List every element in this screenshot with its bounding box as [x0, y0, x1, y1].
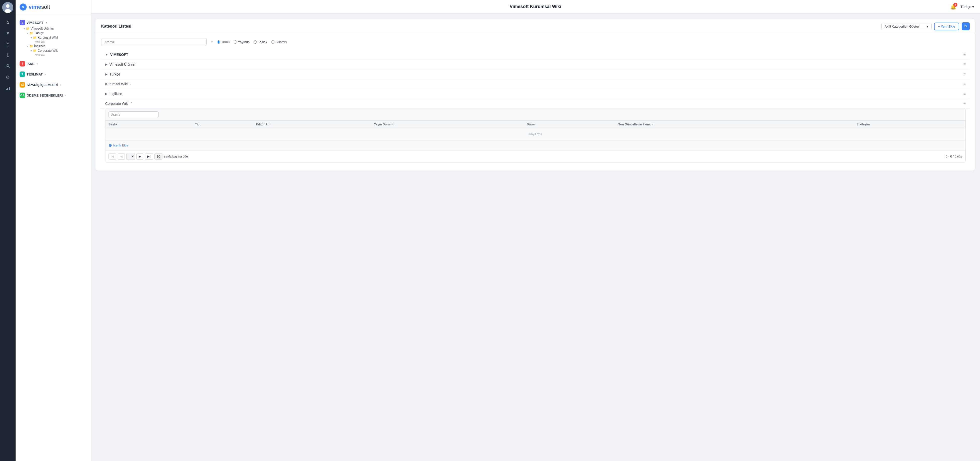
sidebar-group-odeme-header[interactable]: OS ÖDEME SEÇENEKLERI ›: [19, 92, 87, 99]
pagination-row: |◀ ◀ ▶ ▶| 20 sayfa başına öğe 0 - 0 / 0 …: [105, 150, 966, 162]
tree-label-ingilizce: İngilizce: [34, 44, 45, 48]
filter-dropdown[interactable]: Aktif Kategorileri Göster ▾: [881, 23, 932, 30]
vimesoft-chevron-icon: ▾: [46, 21, 47, 24]
refresh-button[interactable]: ↻: [962, 22, 970, 30]
sidebar-group-siparis: Sİ SİPARİŞ İŞLEMLERİ ›: [16, 79, 91, 90]
filter-label: Aktif Kategorileri Göster: [885, 25, 919, 29]
tree-vimesoft-urunler[interactable]: ▾ 📁 Vimesoft Ürünler: [24, 26, 87, 31]
add-content-label: İçerik Ekle: [113, 143, 128, 147]
radio-active-label: Yayında: [238, 40, 250, 44]
sidebar-badge-v: V: [19, 20, 25, 25]
svg-text:v: v: [22, 5, 24, 9]
search-input[interactable]: [101, 38, 207, 46]
col-tip: Tip: [192, 120, 253, 128]
folder-icon: 📁: [29, 44, 33, 48]
radio-draft[interactable]: Taslak: [254, 40, 267, 44]
link-expand-icon: ˅: [130, 102, 132, 105]
new-category-button[interactable]: + Yeni Ekle: [934, 22, 959, 30]
add-content-row[interactable]: ⊕ İçerik Ekle: [105, 140, 966, 150]
tree-empty-corporate: Veri Yok: [31, 53, 87, 57]
nav-home[interactable]: ⌂: [3, 17, 13, 27]
radio-group: Tümü Yayında Taslak Silinmiş: [217, 40, 287, 44]
radio-all[interactable]: Tümü: [217, 40, 229, 44]
tree-turkce[interactable]: ▾ 📁 Türkçe: [27, 31, 87, 35]
language-selector[interactable]: Türkçe ▾: [961, 5, 974, 9]
tree-row-urunler: ▶ Vimesoft Ürünler ≡: [101, 60, 970, 70]
col-durum: Durum: [524, 120, 615, 128]
tree-row-vimesoft: ▼ VİMESOFT ≡: [101, 50, 970, 60]
nav-heart[interactable]: ♥: [3, 28, 13, 38]
notification-button[interactable]: 🔔 1: [950, 4, 956, 10]
tree-sub-turkce: ▾ 📁 Türkçe ▾ 📁 Kurumsal Wiki Veri Yok: [24, 31, 87, 57]
page-next-button[interactable]: ▶: [136, 153, 143, 160]
sidebar: v vimesoft V VİMESOFT ▾ ▾ 📁 Vimesoft Ürü…: [16, 0, 91, 461]
handle-icon[interactable]: ≡: [963, 52, 966, 57]
nav-document[interactable]: [3, 39, 13, 49]
sub-table-empty-row: Kayıt Yok: [105, 128, 966, 140]
handle-icon[interactable]: ≡: [963, 101, 966, 106]
tree-corporate-wiki[interactable]: ▾ 📁 Corporate Wiki: [31, 48, 87, 53]
link-chevron-icon: ›: [130, 82, 130, 86]
per-page-label: sayfa başına öğe: [164, 155, 188, 158]
radio-active[interactable]: Yayında: [234, 40, 250, 44]
tree-empty-kurumsal: Veri Yok: [31, 40, 87, 44]
svg-point-7: [7, 65, 9, 67]
svg-rect-8: [6, 89, 7, 90]
tree-kurumsal-wiki[interactable]: ▾ 📁 Kurumsal Wiki: [31, 35, 87, 40]
tree-ingilizce[interactable]: ▾ 📁 İngilizce: [27, 44, 87, 48]
page-last-button[interactable]: ▶|: [145, 153, 153, 160]
content-panel: Kategori Listesi Aktif Kategorileri Göst…: [91, 14, 980, 461]
handle-icon[interactable]: ≡: [963, 82, 966, 86]
sidebar-group-siparis-header[interactable]: Sİ SİPARİŞ İŞLEMLERİ ›: [19, 81, 87, 89]
teslimat-arrow-icon: ›: [45, 73, 46, 76]
col-etkilesim: Etkileşim: [853, 120, 966, 128]
radio-deleted-label: Silinmiş: [275, 40, 287, 44]
handle-icon[interactable]: ≡: [963, 92, 966, 96]
kurumsal-wiki-link[interactable]: Kurumsal Wiki: [105, 82, 127, 86]
category-tree: ▼ VİMESOFT ≡ ▶ Vimesoft Ürünler ≡: [101, 50, 970, 163]
handle-icon[interactable]: ≡: [963, 72, 966, 76]
top-header-right: 🔔 1 Türkçe ▾: [561, 4, 974, 10]
refresh-icon: ↻: [964, 24, 967, 29]
sub-table-header-row: Başlık Tip Editör Adı Yayın Durumu Durum…: [105, 120, 966, 128]
sidebar-group-iade-header[interactable]: İ İADE ›: [19, 60, 87, 68]
svg-rect-10: [9, 87, 10, 90]
page-first-button[interactable]: |◀: [108, 153, 116, 160]
tree-sub-kurumsal: ▾ 📁 Kurumsal Wiki Veri Yok: [27, 35, 87, 44]
nav-info[interactable]: ℹ: [3, 50, 13, 60]
language-label: Türkçe: [961, 5, 971, 9]
page-prev-button[interactable]: ◀: [118, 153, 125, 160]
notification-badge: 1: [953, 3, 958, 7]
tree-row-ingilizce-label: İngilizce: [110, 92, 122, 96]
tree-row-turkce-label: Türkçe: [110, 72, 120, 76]
per-page-value: 20: [154, 153, 162, 160]
tree-label-corporate-wiki: Corporate Wiki: [38, 49, 59, 52]
page-select[interactable]: [126, 153, 135, 160]
radio-deleted[interactable]: Silinmiş: [271, 40, 287, 44]
tree-row-vimesoft-label: VİMESOFT: [110, 53, 128, 57]
sidebar-group-teslimat-header[interactable]: T TESLİMAT ›: [19, 70, 87, 78]
top-header: Vimesoft Kurumsal Wiki 🔔 1 Türkçe ▾: [91, 0, 980, 14]
sidebar-group-vimesoft-header[interactable]: V VİMESOFT ▾: [19, 19, 87, 26]
handle-icon[interactable]: ≡: [963, 62, 966, 67]
tree-row-urunler-label: Vimesoft Ürünler: [110, 62, 135, 67]
nav-settings[interactable]: ⚙: [3, 72, 13, 82]
tree-row-corporate-left: Corporate Wiki ˅: [105, 101, 132, 106]
sidebar-menu: V VİMESOFT ▾ ▾ 📁 Vimesoft Ürünler ▾ 📁 Tü…: [16, 14, 91, 104]
sub-table-empty-label: Kayıt Yok: [105, 128, 966, 140]
nav-chart[interactable]: [3, 83, 13, 93]
sidebar-group-siparis-label: SİPARİŞ İŞLEMLERİ: [27, 83, 58, 87]
sidebar-group-vimesoft-label: VİMESOFT: [27, 21, 43, 25]
category-card: Kategori Listesi Aktif Kategorileri Göst…: [96, 19, 975, 171]
nav-user[interactable]: [3, 61, 13, 71]
inner-content: ≡ Tümü Yayında Taslak: [96, 34, 975, 171]
tree-row-turkce: ▶ Türkçe ≡: [101, 70, 970, 79]
sidebar-tree-vimesoft: ▾ 📁 Vimesoft Ürünler ▾ 📁 Türkçe ▾ 📁: [19, 26, 87, 57]
main-content: Vimesoft Kurumsal Wiki 🔔 1 Türkçe ▾ Kate…: [91, 0, 980, 461]
avatar[interactable]: [2, 2, 13, 13]
sub-search-input[interactable]: [108, 111, 159, 118]
tree-row-corporate: Corporate Wiki ˅ ≡: [101, 99, 970, 109]
col-editor: Editör Adı: [253, 120, 371, 128]
radio-all-label: Tümü: [221, 40, 229, 44]
corporate-wiki-link[interactable]: Corporate Wiki: [105, 101, 129, 106]
